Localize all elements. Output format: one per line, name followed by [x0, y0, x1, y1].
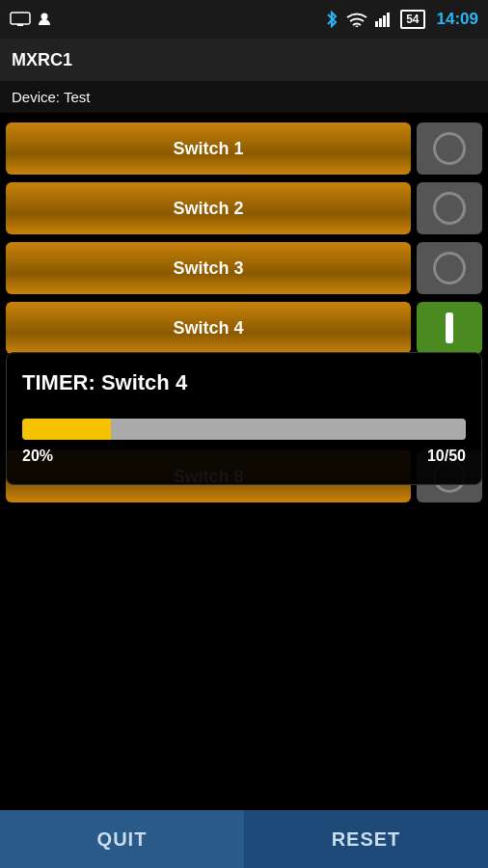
switch-4-toggle[interactable]: [417, 302, 482, 354]
reset-button[interactable]: RESET: [244, 810, 488, 868]
progress-count-label: 10/50: [427, 448, 466, 465]
switch-2-indicator: [433, 192, 466, 225]
switch-4-button[interactable]: Switch 4: [6, 302, 411, 354]
switch-1-button[interactable]: Switch 1: [6, 122, 411, 175]
switch-3-button[interactable]: Switch 3: [6, 242, 411, 294]
app-title: MXRC1: [12, 50, 72, 70]
battery-level: 54: [406, 13, 419, 26]
bluetooth-icon: [325, 10, 339, 29]
svg-point-2: [41, 14, 48, 20]
switch-2-label: Switch 2: [173, 199, 243, 219]
device-label: Device: Test: [0, 81, 488, 113]
switch-1-toggle[interactable]: [417, 122, 482, 175]
switch-4-indicator: [446, 312, 453, 343]
screen-icon: [10, 12, 31, 27]
switch-3-toggle[interactable]: [417, 242, 482, 294]
svg-rect-1: [17, 24, 23, 26]
status-bar: 54 14:09: [0, 0, 488, 39]
title-bar: MXRC1: [0, 39, 488, 81]
timer-popup: TIMER: Switch 4 20% 10/50: [6, 352, 482, 485]
signal-icon: [375, 12, 393, 27]
switch-2-toggle[interactable]: [417, 182, 482, 234]
switch-row-2: Switch 2: [0, 178, 488, 238]
battery-icon: 54: [400, 10, 424, 29]
svg-rect-4: [375, 21, 378, 27]
progress-labels: 20% 10/50: [22, 448, 466, 465]
switch-row-4: Switch 4: [0, 298, 488, 358]
switch-row-1: Switch 1: [0, 119, 488, 178]
time-display: 14:09: [437, 10, 478, 29]
switch-4-label: Switch 4: [173, 318, 243, 339]
quit-label: QUIT: [97, 828, 148, 850]
person-icon: [37, 12, 52, 27]
switch-3-label: Switch 3: [173, 258, 243, 279]
switch-2-button[interactable]: Switch 2: [6, 182, 411, 234]
svg-point-3: [356, 26, 359, 28]
device-name: Device: Test: [12, 89, 90, 105]
main-content: Switch 1 Switch 2 Switch 3 Switch 4: [0, 113, 488, 512]
progress-percent-label: 20%: [22, 448, 53, 465]
reset-label: RESET: [332, 828, 401, 850]
wifi-icon: [346, 12, 367, 27]
svg-rect-0: [11, 13, 30, 24]
quit-button[interactable]: QUIT: [0, 810, 244, 868]
svg-rect-7: [387, 13, 390, 27]
switch-1-indicator: [433, 132, 466, 165]
status-bar-left: [10, 12, 52, 27]
switch-3-indicator: [433, 252, 466, 285]
svg-rect-5: [379, 18, 382, 27]
progress-bar-container: [22, 419, 466, 440]
status-bar-right: 54 14:09: [325, 10, 478, 29]
svg-rect-6: [383, 15, 386, 27]
switch-1-label: Switch 1: [173, 139, 243, 159]
switch-row-3: Switch 3: [0, 238, 488, 298]
progress-bar-fill: [22, 419, 111, 440]
bottom-bar: QUIT RESET: [0, 810, 488, 868]
timer-title: TIMER: Switch 4: [22, 370, 466, 395]
